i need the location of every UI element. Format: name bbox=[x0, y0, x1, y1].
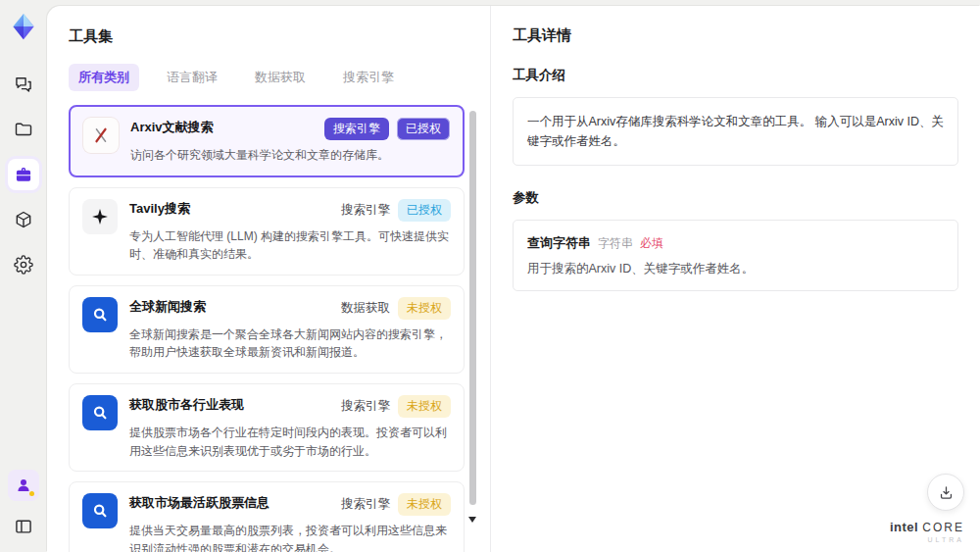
blue-search-logo-icon bbox=[82, 297, 118, 332]
param-description: 用于搜索的Arxiv ID、关键字或作者姓名。 bbox=[527, 261, 944, 277]
briefcase-icon bbox=[14, 165, 33, 184]
folder-icon bbox=[14, 120, 33, 139]
tool-title: Tavily搜索 bbox=[129, 199, 341, 218]
tool-description: 专为人工智能代理 (LLM) 构建的搜索引擎工具。可快速提供实时、准确和真实的结… bbox=[129, 227, 451, 264]
tools-list: Arxiv文献搜索 搜索引擎 已授权 访问各个研究领域大量科学论文和文章的存储库… bbox=[69, 105, 476, 552]
core-wordmark: CORE bbox=[922, 521, 964, 534]
page-title: 工具集 bbox=[69, 27, 476, 46]
user-status-dot bbox=[29, 491, 34, 496]
intel-core-logo: intel CORE ULTRA bbox=[890, 521, 964, 544]
gear-icon bbox=[14, 255, 33, 275]
rail-nav bbox=[8, 69, 39, 280]
blue-search-logo-icon bbox=[82, 395, 118, 430]
scroll-down-arrow[interactable] bbox=[468, 517, 476, 523]
chat-icon bbox=[14, 75, 33, 94]
intel-wordmark: intel bbox=[890, 520, 918, 534]
auth-badge: 未授权 bbox=[398, 297, 451, 320]
tool-title: 获取市场最活跃股票信息 bbox=[129, 493, 341, 512]
cube-icon bbox=[14, 210, 33, 229]
sidebar-item-models[interactable] bbox=[8, 204, 39, 235]
category-badge: 搜索引擎 bbox=[341, 496, 390, 513]
tool-title: Arxiv文献搜索 bbox=[130, 118, 324, 136]
detail-title: 工具详情 bbox=[513, 26, 958, 45]
download-icon bbox=[938, 484, 955, 501]
param-type: 字符串 bbox=[598, 236, 633, 250]
auth-badge: 未授权 bbox=[398, 395, 451, 418]
intro-text: 一个用于从Arxiv存储库搜索科学论文和文章的工具。 输入可以是Arxiv ID… bbox=[513, 97, 958, 166]
auth-badge: 未授权 bbox=[398, 493, 451, 516]
tool-detail-panel: 工具详情 工具介绍 一个用于从Arxiv存储库搜索科学论文和文章的工具。 输入可… bbox=[490, 6, 980, 552]
category-badge: 搜索引擎 bbox=[341, 202, 390, 219]
sidebar-item-account[interactable] bbox=[8, 470, 39, 501]
tools-list-panel: 工具集 所有类别 语言翻译 数据获取 搜索引擎 Arxiv文献搜索 bbox=[47, 6, 490, 552]
tool-card-arxiv[interactable]: Arxiv文献搜索 搜索引擎 已授权 访问各个研究领域大量科学论文和文章的存储库… bbox=[69, 105, 465, 177]
sidebar-item-panel-toggle[interactable] bbox=[8, 511, 39, 542]
tool-title: 获取股市各行业表现 bbox=[129, 395, 341, 414]
tool-card-sector-performance[interactable]: 获取股市各行业表现 搜索引擎 未授权 提供股票市场各个行业在特定时间段内的表现。… bbox=[69, 383, 465, 472]
sidebar-item-files[interactable] bbox=[8, 114, 39, 145]
parameter-header: 查询字符串字符串必填 bbox=[527, 233, 944, 252]
tab-all-categories[interactable]: 所有类别 bbox=[69, 64, 139, 91]
tab-search-engine[interactable]: 搜索引擎 bbox=[333, 64, 404, 91]
download-button[interactable] bbox=[927, 474, 964, 511]
tool-description: 提供当天交易量最高的股票列表，投资者可以利用这些信息来识别流动性强的股票和潜在的… bbox=[129, 522, 451, 552]
category-badge: 搜索引擎 bbox=[324, 118, 389, 140]
app-logo bbox=[9, 12, 38, 41]
tool-description: 提供股票市场各个行业在特定时间段内的表现。投资者可以利用这些信息来识别表现优于或… bbox=[129, 424, 451, 460]
main-panel: 工具集 所有类别 语言翻译 数据获取 搜索引擎 Arxiv文献搜索 bbox=[47, 6, 980, 552]
arxiv-logo-icon bbox=[83, 118, 119, 153]
param-required-badge: 必填 bbox=[640, 236, 663, 250]
ultra-wordmark: ULTRA bbox=[890, 536, 964, 544]
panel-layout-icon bbox=[14, 517, 33, 536]
tab-language-translation[interactable]: 语言翻译 bbox=[157, 64, 227, 91]
category-tabs: 所有类别 语言翻译 数据获取 搜索引擎 bbox=[69, 64, 476, 91]
tool-card-tavily[interactable]: Tavily搜索 搜索引擎 已授权 专为人工智能代理 (LLM) 构建的搜索引擎… bbox=[69, 187, 465, 276]
tab-data-fetch[interactable]: 数据获取 bbox=[245, 64, 316, 91]
intro-heading: 工具介绍 bbox=[513, 67, 958, 84]
tool-card-global-news[interactable]: 全球新闻搜索 数据获取 未授权 全球新闻搜索是一个聚合全球各大新闻网站内容的搜索… bbox=[69, 285, 465, 374]
tool-description: 访问各个研究领域大量科学论文和文章的存储库。 bbox=[130, 146, 450, 165]
tool-description: 全球新闻搜索是一个聚合全球各大新闻网站内容的搜索引擎，帮助用户快速获取全球最新资… bbox=[129, 326, 451, 362]
tool-card-active-stocks[interactable]: 获取市场最活跃股票信息 搜索引擎 未授权 提供当天交易量最高的股票列表，投资者可… bbox=[69, 481, 465, 552]
auth-badge: 已授权 bbox=[398, 199, 451, 222]
category-badge: 搜索引擎 bbox=[341, 398, 390, 415]
left-rail bbox=[0, 0, 47, 552]
blue-search-logo-icon bbox=[82, 493, 118, 528]
sidebar-item-settings[interactable] bbox=[8, 249, 39, 280]
parameter-item: 查询字符串字符串必填 用于搜索的Arxiv ID、关键字或作者姓名。 bbox=[513, 220, 958, 291]
param-name: 查询字符串 bbox=[527, 235, 591, 250]
tool-title: 全球新闻搜索 bbox=[129, 297, 341, 316]
rail-bottom bbox=[8, 470, 39, 542]
list-scrollbar-thumb[interactable] bbox=[469, 111, 476, 505]
category-badge: 数据获取 bbox=[341, 300, 390, 317]
auth-badge: 已授权 bbox=[397, 118, 450, 140]
sidebar-item-chat[interactable] bbox=[8, 69, 39, 100]
sidebar-item-toolbox[interactable] bbox=[8, 159, 39, 190]
params-heading: 参数 bbox=[513, 189, 958, 207]
tavily-star-icon bbox=[82, 199, 118, 234]
